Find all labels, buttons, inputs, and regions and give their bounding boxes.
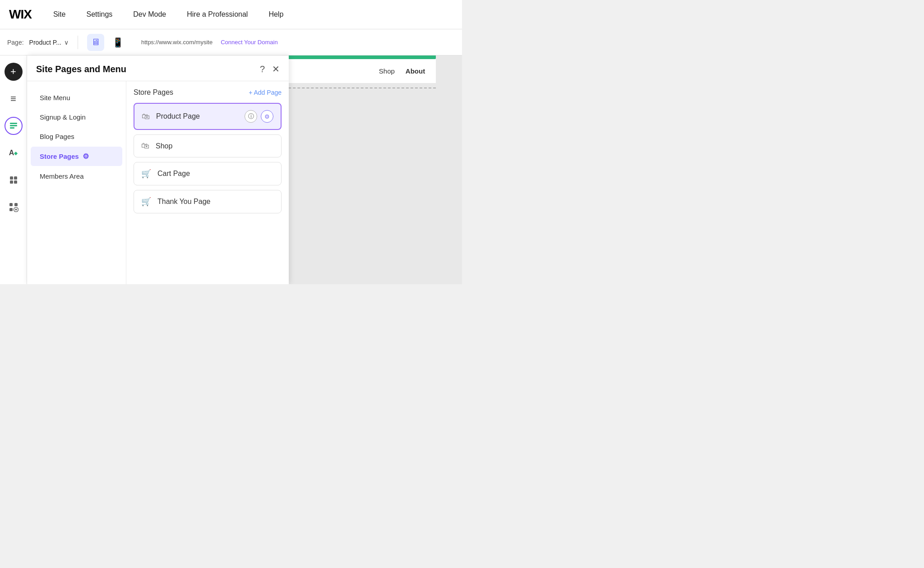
- nav-hire[interactable]: Hire a Professional: [183, 8, 251, 21]
- product-page-actions: ⓘ ⚙: [245, 110, 273, 123]
- pages-panel-title: Store Pages: [134, 88, 173, 97]
- main-layout: + ≡ A◆: [0, 55, 462, 284]
- thank-you-bag-icon: 🛒: [141, 197, 151, 207]
- modal-help-button[interactable]: ?: [260, 64, 265, 74]
- svg-rect-5: [10, 180, 13, 184]
- store-pages-gear-icon[interactable]: ⚙: [83, 152, 89, 161]
- pages-icon[interactable]: [5, 117, 23, 135]
- nav-site[interactable]: Site: [50, 8, 69, 21]
- menu-icon[interactable]: ≡: [5, 90, 23, 108]
- mobile-view-button[interactable]: 📱: [110, 34, 127, 51]
- product-page-label: Product Page: [156, 112, 200, 120]
- cart-bag-icon: 🛒: [141, 169, 151, 179]
- modal-overlay: Site Pages and Menu ? ✕ Site Menu Signup…: [27, 55, 462, 284]
- page-label: Page:: [7, 39, 24, 46]
- product-page-bag-icon: 🛍: [142, 112, 150, 121]
- site-pages-modal: Site Pages and Menu ? ✕ Site Menu Signup…: [27, 55, 289, 284]
- left-sidebar: + ≡ A◆: [0, 55, 27, 284]
- add-element-button[interactable]: +: [5, 63, 23, 81]
- modal-header-icons: ? ✕: [260, 64, 280, 74]
- nav-settings[interactable]: Settings: [83, 8, 116, 21]
- thank-you-page-label: Thank You Page: [157, 198, 210, 206]
- svg-rect-6: [14, 180, 17, 184]
- svg-rect-1: [10, 125, 17, 126]
- menu-item-site-menu[interactable]: Site Menu: [31, 88, 122, 107]
- page-item-cart-page[interactable]: 🛒 Cart Page: [134, 162, 282, 185]
- nav-devmode[interactable]: Dev Mode: [129, 8, 170, 21]
- page-item-shop[interactable]: 🛍 Shop: [134, 134, 282, 157]
- product-page-info-icon[interactable]: ⓘ: [245, 110, 257, 123]
- store-pages-label: Store Pages: [40, 152, 79, 160]
- product-page-gear-icon[interactable]: ⚙: [261, 110, 273, 123]
- svg-rect-8: [14, 203, 18, 206]
- svg-rect-9: [9, 208, 13, 211]
- menu-item-store-pages[interactable]: Store Pages ⚙: [31, 147, 122, 166]
- svg-rect-7: [9, 203, 13, 206]
- svg-rect-3: [10, 176, 13, 180]
- site-url: https://www.wix.com/mysite: [141, 39, 213, 46]
- modal-title: Site Pages and Menu: [36, 64, 126, 74]
- current-page-name: Product P...: [29, 39, 61, 46]
- menu-item-members-area[interactable]: Members Area: [31, 167, 122, 185]
- modal-header: Site Pages and Menu ? ✕: [27, 55, 289, 81]
- modal-close-button[interactable]: ✕: [272, 64, 280, 74]
- desktop-view-button[interactable]: 🖥: [87, 34, 104, 51]
- connect-domain-link[interactable]: Connect Your Domain: [221, 39, 277, 46]
- cart-page-label: Cart Page: [157, 170, 190, 178]
- desktop-icon: 🖥: [91, 37, 100, 47]
- apps-with-settings-icon[interactable]: [5, 198, 23, 216]
- svg-rect-2: [10, 127, 14, 129]
- pages-panel: Store Pages + Add Page 🛍 Product Page ⓘ …: [126, 81, 289, 284]
- mobile-icon: 📱: [112, 37, 124, 48]
- svg-point-11: [15, 209, 17, 211]
- page-item-thank-you-page[interactable]: 🛒 Thank You Page: [134, 190, 282, 213]
- top-nav: WIX Site Settings Dev Mode Hire a Profes…: [0, 0, 462, 29]
- svg-rect-0: [10, 123, 17, 124]
- add-page-button[interactable]: + Add Page: [249, 89, 282, 96]
- menu-item-signup-login[interactable]: Signup & Login: [31, 108, 122, 126]
- modal-body: Site Menu Signup & Login Blog Pages Stor…: [27, 81, 289, 284]
- shop-bag-icon: 🛍: [141, 141, 149, 151]
- page-item-product-page[interactable]: 🛍 Product Page ⓘ ⚙: [134, 103, 282, 130]
- apps-grid-icon[interactable]: [5, 171, 23, 189]
- page-selector[interactable]: Product P... ∨: [29, 39, 69, 46]
- nav-help[interactable]: Help: [265, 8, 287, 21]
- svg-rect-4: [14, 176, 17, 180]
- menu-item-blog-pages[interactable]: Blog Pages: [31, 127, 122, 146]
- wix-logo: WIX: [9, 7, 32, 22]
- shop-label: Shop: [156, 142, 172, 150]
- toolbar-divider: [78, 36, 78, 49]
- pages-svg-icon: [9, 121, 18, 130]
- pages-panel-header: Store Pages + Add Page: [134, 88, 282, 97]
- chevron-down-icon: ∨: [64, 39, 69, 46]
- menu-panel: Site Menu Signup & Login Blog Pages Stor…: [27, 81, 126, 284]
- toolbar: Page: Product P... ∨ 🖥 📱 https://www.wix…: [0, 29, 462, 55]
- text-style-icon[interactable]: A◆: [5, 144, 23, 162]
